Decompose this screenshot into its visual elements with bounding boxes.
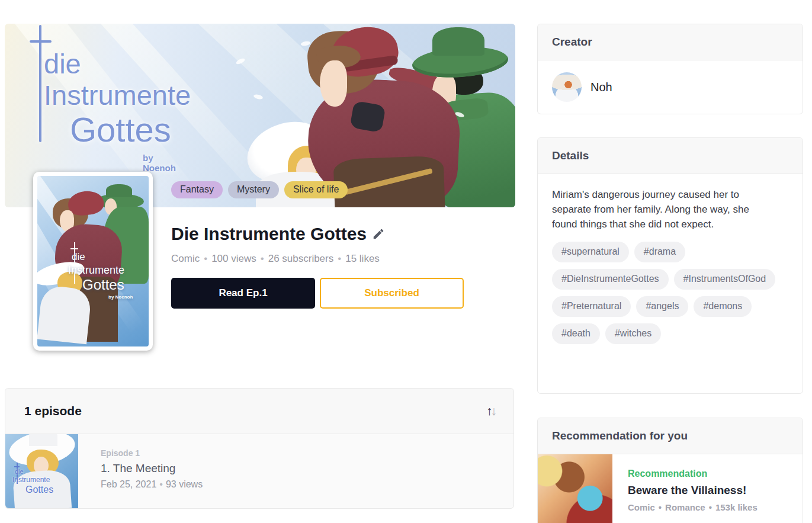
series-likes: 15 likes <box>345 253 380 264</box>
banner-logo-line1: die <box>44 50 81 78</box>
hashtag-list: #supernatural #drama #DieInstrumenteGott… <box>552 242 777 344</box>
recommendation-label: Recommendation <box>628 469 758 479</box>
recommendation-likes: 153k likes <box>715 502 758 512</box>
details-body: Miriam's dangerous journey caused her to… <box>538 174 803 358</box>
episode-art-hat-crown <box>29 434 57 446</box>
series-views: 100 views <box>211 253 256 264</box>
cover-logo-line1: die <box>72 252 85 262</box>
creator-name: Noh <box>590 81 612 94</box>
cover-art-white-cloak <box>37 285 92 344</box>
dot-separator: • <box>204 253 207 264</box>
cover-logo-byline: by Noenoh <box>108 294 133 300</box>
genre-tag-slice-of-life[interactable]: Slice of life <box>284 181 348 198</box>
feather <box>301 41 311 47</box>
episode-logo-line1: die <box>15 469 24 475</box>
cover-art: die Instrumente Gottes by Noenoh <box>37 176 149 346</box>
sort-order-button[interactable]: ↑↓ <box>486 404 497 418</box>
hashtag-preternatural[interactable]: #Preternatural <box>552 296 631 317</box>
episodes-card: 1 episode ↑↓ die Instrumente Gottes Epis… <box>5 388 514 509</box>
recommendation-info: Recommendation Beware the Villainess! Co… <box>612 454 758 523</box>
sort-up-arrow-icon: ↑ <box>486 404 491 418</box>
creator-card-header: Creator <box>538 24 803 60</box>
banner-art-green-hat-crown <box>432 27 484 56</box>
recommendation-card: Recommendation for you Recommendation Be… <box>537 418 803 523</box>
episode-logo-line2: Instrumente <box>12 476 50 483</box>
cover-logo-line3: Gottes <box>82 278 124 292</box>
banner-logo-line2: Instrumente <box>44 81 191 109</box>
series-title: Die Instrumente Gottes <box>171 224 367 244</box>
episode-views: 93 views <box>166 479 203 489</box>
action-buttons: Read Ep.1 Subscribed <box>171 278 464 309</box>
recommendation-genre: Romance <box>665 502 705 512</box>
episode-number-label: Episode 1 <box>101 448 203 458</box>
cross-icon <box>70 248 78 249</box>
banner-logo-byline: by Noenoh <box>143 153 176 173</box>
hashtag-supernatural[interactable]: #supernatural <box>552 242 629 262</box>
series-title-row: Die Instrumente Gottes <box>171 224 385 244</box>
episode-list-item[interactable]: die Instrumente Gottes Episode 1 1. The … <box>5 434 513 508</box>
dot-separator: • <box>261 253 264 264</box>
dot-separator: • <box>159 479 163 489</box>
hashtag-dieinstrumentegottes[interactable]: #DieInstrumenteGottes <box>552 269 669 290</box>
hashtag-instrumentsofgod[interactable]: #InstrumentsOfGod <box>674 269 776 290</box>
series-type: Comic <box>171 253 200 264</box>
hashtag-death[interactable]: #death <box>552 323 600 344</box>
subscribed-button[interactable]: Subscribed <box>320 278 464 309</box>
series-cover-thumbnail[interactable]: die Instrumente Gottes by Noenoh <box>33 172 153 351</box>
creator-avatar[interactable] <box>552 72 582 102</box>
recommendation-type: Comic <box>628 502 655 512</box>
recommendation-card-header: Recommendation for you <box>538 418 803 454</box>
banner-logo-line3: Gottes <box>70 113 171 147</box>
cover-art-green-hat-crown <box>106 184 132 197</box>
episode-date: Feb 25, 2021 <box>101 479 156 489</box>
feather <box>253 94 263 100</box>
genre-tag-fantasy[interactable]: Fantasy <box>171 181 223 198</box>
sort-down-arrow-icon: ↓ <box>491 404 496 418</box>
recommendation-item[interactable]: Recommendation Beware the Villainess! Co… <box>538 454 803 523</box>
hashtag-witches[interactable]: #witches <box>605 323 661 344</box>
read-ep1-button[interactable]: Read Ep.1 <box>171 278 315 309</box>
genre-tag-row: Fantasy Mystery Slice of life <box>171 181 348 198</box>
recommendation-thumbnail <box>538 454 612 523</box>
creator-profile-link[interactable]: Noh <box>538 60 803 114</box>
creator-card: Creator Noh <box>537 24 803 114</box>
details-card-header: Details <box>538 138 803 174</box>
recommendation-title: Beware the Villainess! <box>628 484 758 497</box>
banner-art-face <box>320 60 347 107</box>
details-card: Details Miriam's dangerous journey cause… <box>537 137 803 394</box>
cross-icon <box>30 40 52 43</box>
cross-icon <box>14 466 20 467</box>
episode-title: 1. The Meeting <box>101 462 203 475</box>
episode-meta: Feb 25, 2021•93 views <box>101 479 203 490</box>
hashtag-demons[interactable]: #demons <box>694 296 752 317</box>
series-description: Miriam's dangerous journey caused her to… <box>552 187 777 232</box>
dot-separator: • <box>659 502 662 512</box>
hashtag-drama[interactable]: #drama <box>634 242 685 262</box>
episode-info: Episode 1 1. The Meeting Feb 25, 2021•93… <box>78 434 203 508</box>
episodes-header: 1 episode ↑↓ <box>5 389 513 434</box>
dot-separator: • <box>709 502 712 512</box>
cover-logo-line2: Instrumente <box>68 265 124 275</box>
series-page: die Instrumente Gottes by Noenoh die I <box>0 0 812 523</box>
dot-separator: • <box>338 253 341 264</box>
recommendation-meta: Comic•Romance•153k likes <box>628 502 758 512</box>
episode-logo-line3: Gottes <box>25 485 53 495</box>
hashtag-angels[interactable]: #angels <box>636 296 688 317</box>
edit-pencil-icon[interactable] <box>372 227 385 240</box>
episode-count-label: 1 episode <box>24 404 82 418</box>
genre-tag-mystery[interactable]: Mystery <box>228 181 279 198</box>
episode-thumbnail: die Instrumente Gottes <box>5 434 78 508</box>
series-stats: Comic•100 views•26 subscribers•15 likes <box>171 253 380 265</box>
series-subscribers: 26 subscribers <box>268 253 334 264</box>
